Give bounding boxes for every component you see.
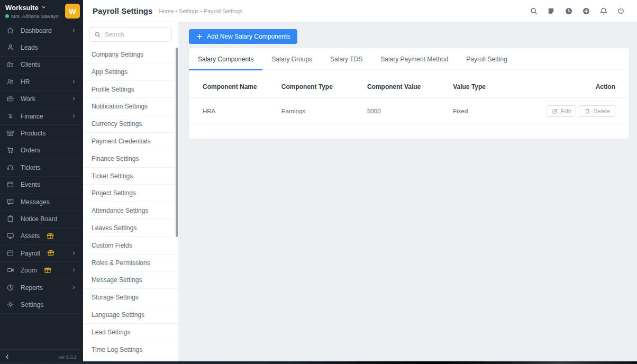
sidebar-item-orders[interactable]: Orders — [0, 142, 83, 159]
submenu-item-language-settings[interactable]: Language Settings — [83, 306, 178, 324]
dollar-icon: $ — [6, 112, 15, 121]
submenu-item-leaves-settings[interactable]: Leaves Settings — [83, 220, 178, 237]
search-icon — [94, 31, 101, 38]
chevron-down-icon[interactable] — [41, 5, 47, 10]
submenu-scrollbar[interactable] — [176, 48, 178, 237]
notes-icon[interactable] — [544, 4, 558, 17]
svg-text:$: $ — [8, 113, 12, 119]
chevron-right-icon — [71, 79, 77, 85]
column-value-type: Value Type — [453, 77, 541, 98]
video-icon — [6, 266, 15, 275]
top-bar-main: Payroll Settings Home • Settings • Payro… — [83, 0, 637, 22]
submenu-item-currency-settings[interactable]: Currency Settings — [83, 115, 178, 133]
sidebar-item-finance[interactable]: $ Finance — [0, 108, 83, 125]
salary-components-card: Salary Components Salary Groups Salary T… — [189, 48, 629, 139]
column-component-value: Component Value — [367, 77, 453, 98]
chevron-right-icon — [71, 28, 77, 33]
pie-chart-icon — [6, 284, 15, 292]
sidebar-item-settings[interactable]: Settings — [0, 296, 83, 313]
edit-pencil-icon — [552, 108, 558, 114]
sidebar-item-products[interactable]: Products — [0, 125, 83, 142]
tab-salary-components[interactable]: Salary Components — [189, 48, 262, 70]
submenu-item-ticket-settings[interactable]: Ticket Settings — [83, 168, 178, 185]
chevron-right-icon — [71, 285, 77, 290]
settings-submenu: Company Settings App Settings Profile Se… — [83, 22, 178, 364]
table-row: HRA Earnings 5000 Fixed Edit — [189, 98, 629, 124]
power-icon[interactable] — [614, 4, 627, 17]
submenu-item-company-settings[interactable]: Company Settings — [83, 46, 178, 63]
delete-button[interactable]: Delete — [579, 105, 615, 117]
sidebar-item-assets[interactable]: Assets — [0, 228, 83, 245]
top-bar: Worksuite Mrs. Adriana Sawayn W Payroll … — [0, 0, 637, 22]
sidebar: Dashboard Leads Clients HR — [0, 22, 83, 364]
edit-button[interactable]: Edit — [547, 105, 576, 117]
person-icon — [6, 43, 15, 52]
submenu-item-roles-permissions[interactable]: Roles & Permissions — [83, 254, 178, 272]
main-content: Add New Salary Components Salary Compone… — [178, 22, 637, 364]
gift-icon — [47, 249, 55, 257]
add-new-salary-components-button[interactable]: Add New Salary Components — [189, 29, 297, 44]
submenu-item-message-settings[interactable]: Message Settings — [83, 271, 178, 289]
sidebar-item-zoom[interactable]: Zoom — [0, 262, 83, 279]
sidebar-item-leads[interactable]: Leads — [0, 39, 83, 56]
notifications-icon[interactable] — [597, 4, 610, 17]
sidebar-item-payroll[interactable]: Payroll — [0, 245, 83, 262]
brand-block[interactable]: Worksuite Mrs. Adriana Sawayn W — [0, 0, 83, 22]
sidebar-item-clients[interactable]: Clients — [0, 57, 83, 74]
submenu-item-storage-settings[interactable]: Storage Settings — [83, 289, 178, 306]
submenu-item-lead-settings[interactable]: Lead Settings — [83, 324, 178, 341]
sidebar-item-reports[interactable]: Reports — [0, 279, 83, 296]
trash-icon — [584, 108, 590, 114]
submenu-item-time-log-settings[interactable]: Time Log Settings — [83, 341, 178, 359]
tab-bar: Salary Components Salary Groups Salary T… — [189, 48, 629, 70]
time-icon[interactable] — [562, 4, 575, 17]
chevron-right-icon — [71, 96, 77, 102]
sidebar-item-tickets[interactable]: Tickets — [0, 159, 83, 176]
headset-icon — [6, 163, 15, 172]
gift-icon — [44, 267, 52, 275]
submenu-item-profile-settings[interactable]: Profile Settings — [83, 81, 178, 98]
search-input[interactable] — [89, 27, 172, 42]
search-icon[interactable] — [527, 4, 540, 17]
column-component-type: Component Type — [281, 77, 367, 98]
sidebar-item-events[interactable]: Events — [0, 177, 83, 194]
cell-component-value: 5000 — [367, 98, 453, 124]
submenu-item-notification-settings[interactable]: Notification Settings — [83, 98, 178, 115]
submenu-item-payment-credentials[interactable]: Payment Credentials — [83, 133, 178, 150]
tab-salary-tds[interactable]: Salary TDS — [321, 48, 371, 70]
app-logo[interactable]: W — [65, 4, 80, 19]
add-circle-icon[interactable] — [579, 4, 593, 17]
chevron-left-icon[interactable] — [4, 354, 10, 360]
submenu-item-project-settings[interactable]: Project Settings — [83, 185, 178, 202]
tab-salary-groups[interactable]: Salary Groups — [262, 48, 321, 70]
submenu-list: Company Settings App Settings Profile Se… — [83, 46, 178, 358]
home-icon — [6, 26, 15, 35]
monitor-icon — [6, 232, 15, 240]
cell-actions: Edit Delete — [541, 98, 629, 124]
store-icon — [6, 129, 15, 138]
tab-salary-payment-method[interactable]: Salary Payment Method — [371, 48, 457, 70]
calendar-icon — [6, 249, 15, 258]
submenu-item-finance-settings[interactable]: Finance Settings — [83, 150, 178, 168]
sidebar-item-dashboard[interactable]: Dashboard — [0, 22, 83, 39]
user-name: Mrs. Adriana Sawayn — [11, 13, 59, 19]
gift-icon — [47, 232, 54, 240]
tab-payroll-setting[interactable]: Payroll Setting — [457, 48, 516, 70]
bottom-edge-strip — [0, 361, 637, 364]
sidebar-item-hr[interactable]: HR — [0, 74, 83, 90]
submenu-item-attendance-settings[interactable]: Attendance Settings — [83, 202, 178, 220]
salary-components-table: Component Name Component Type Component … — [189, 77, 629, 124]
submenu-item-custom-fields[interactable]: Custom Fields — [83, 237, 178, 254]
sidebar-item-notice-board[interactable]: Notice Board — [0, 211, 83, 228]
chevron-right-icon — [71, 251, 77, 256]
people-icon — [6, 78, 15, 86]
cell-component-name: HRA — [189, 98, 281, 124]
cell-component-type: Earnings — [281, 98, 367, 124]
sidebar-item-work[interactable]: Work — [0, 91, 83, 108]
calendar-icon — [6, 180, 15, 189]
app-window: Worksuite Mrs. Adriana Sawayn W Payroll … — [0, 0, 637, 364]
chevron-right-icon — [71, 268, 77, 273]
submenu-item-app-settings[interactable]: App Settings — [83, 63, 178, 81]
table-header-row: Component Name Component Type Component … — [189, 77, 629, 98]
sidebar-item-messages[interactable]: Messages — [0, 194, 83, 211]
